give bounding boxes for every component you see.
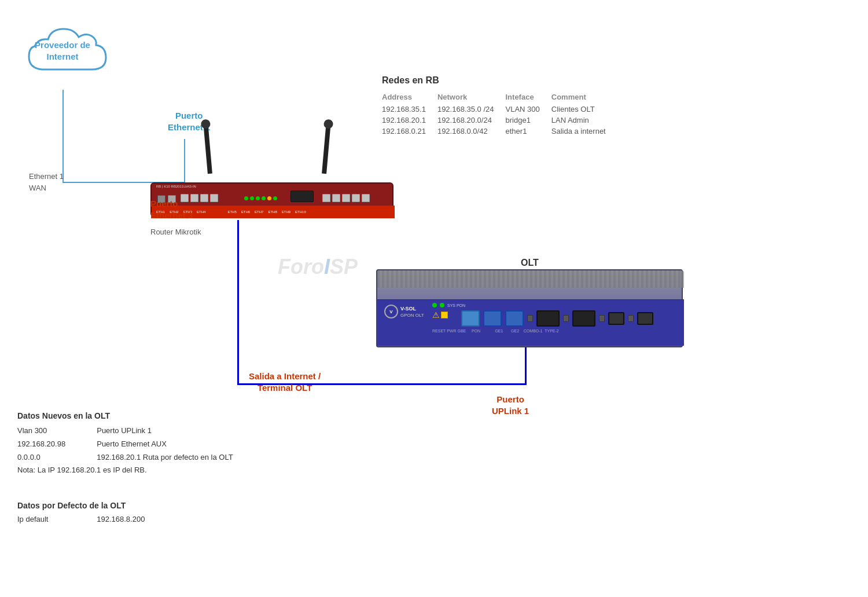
port-label-eth6: ETH6 — [241, 210, 250, 214]
redes-en-rb-title: Redes en RB — [382, 75, 617, 86]
olt-small-port2 — [563, 315, 569, 322]
line-cloud-to-router — [62, 90, 64, 182]
port-label-eth9: ETH9 — [282, 210, 290, 214]
col-interface-header: Inteface — [506, 91, 551, 104]
redes-cell-comment-2: Salida a internet — [551, 126, 617, 137]
datos-nuevos-row-1: 192.168.20.98 Puerto Ethernet AUX — [17, 438, 233, 451]
datos-defecto-section: Datos por Defecto de la OLT Ip default 1… — [17, 501, 145, 525]
redes-row-0: 192.168.35.1192.168.35.0 /24VLAN 300Clie… — [382, 104, 617, 115]
olt-device: V V-SOL GPON OLT SYS PON ⚠ — [376, 269, 683, 356]
olt-small-port — [527, 315, 533, 322]
redes-cell-comment-1: LAN Admin — [551, 115, 617, 126]
redes-cell-interface-0: VLAN 300 — [506, 104, 551, 115]
olt-warning-icon: ⚠ — [432, 310, 440, 320]
eth-port-r3 — [342, 194, 350, 202]
eth1-wan-label: Ethernet 1 WAN — [29, 171, 64, 193]
olt-title: OLT — [521, 258, 539, 268]
led-4 — [262, 196, 266, 200]
redes-row-2: 192.168.0.21192.168.0.0/42ether1Salida a… — [382, 126, 617, 137]
led-3 — [256, 196, 260, 200]
router-rb-label: RB | K10 RB2011UiAS-IN — [156, 185, 196, 188]
eth-port-3 — [200, 194, 208, 202]
led-2 — [250, 196, 254, 200]
salida-internet-label: Salida a Internet / Terminal OLT — [249, 371, 321, 393]
datos-nuevos-title: Datos Nuevos en la OLT — [17, 411, 233, 420]
redes-row-1: 192.168.20.1192.168.20.0/24bridge1LAN Ad… — [382, 115, 617, 126]
datos-nuevos-row-0: Vlan 300 Puerto UPLink 1 — [17, 425, 233, 437]
port-label-eth8: ETH8 — [268, 210, 277, 214]
cloud-shape: Proveedor de Internet — [16, 17, 109, 93]
vsol-logo: V — [384, 305, 398, 318]
olt-small-port4 — [628, 315, 634, 322]
router-mikrotik-label: Router Mikrotik — [150, 228, 201, 236]
datos-defecto-row-0: Ip default 192.168.8.200 — [17, 515, 145, 523]
olt-body: V V-SOL GPON OLT SYS PON ⚠ — [376, 269, 683, 347]
puerto-eth3-label: Puerto Ethernet 3 — [150, 198, 193, 221]
col-address-header: Address — [382, 91, 437, 104]
eth-port-r1 — [322, 194, 330, 202]
datos-nuevos-section: Datos Nuevos en la OLT Vlan 300 Puerto U… — [17, 411, 233, 478]
port-label-eth7: ETH7 — [255, 210, 263, 214]
port-label-eth5: ETH5 — [227, 210, 236, 214]
eth-port-4 — [210, 194, 218, 202]
olt-ports — [461, 310, 653, 327]
olt-blue-panel: V V-SOL GPON OLT SYS PON ⚠ — [377, 299, 684, 346]
redes-cell-network-2: 192.168.0.0/42 — [437, 126, 506, 137]
led-5 — [267, 196, 271, 200]
antenna-right — [322, 122, 331, 174]
olt-pon-port1 — [461, 310, 480, 327]
led-6 — [273, 196, 277, 200]
redes-cell-interface-1: bridge1 — [506, 115, 551, 126]
olt-led-area: SYS PON — [432, 303, 465, 307]
col-comment-header: Comment — [551, 91, 617, 104]
vsol-brand-label: V-SOL — [400, 306, 416, 312]
eth-port-r4 — [352, 194, 360, 202]
gpon-label: GPON OLT — [400, 313, 424, 318]
datos-defecto-title: Datos por Defecto de la OLT — [17, 501, 145, 510]
olt-led-sys — [432, 303, 437, 307]
olt-sfp2 — [572, 310, 595, 327]
col-network-header: Network — [437, 91, 506, 104]
puerto-uplink-label: Puerto UPLink 1 — [492, 394, 529, 416]
antenna-left — [203, 122, 212, 174]
olt-port-labels: RESET PWR GBE PON GE1 GE2 COMBO-1 TYPE-2 — [432, 329, 559, 333]
redes-cell-comment-0: Clientes OLT — [551, 104, 617, 115]
redes-cell-address-0: 192.168.35.1 — [382, 104, 437, 115]
cloud-label: Proveedor de Internet — [16, 39, 109, 62]
led-1 — [244, 196, 248, 200]
datos-nuevos-row-2: 0.0.0.0 192.168.20.1 Ruta por defecto en… — [17, 452, 233, 464]
redes-cell-interface-2: ether1 — [506, 126, 551, 137]
olt-led-sys-label: SYS PON — [447, 303, 465, 307]
olt-pon-port3 — [505, 310, 524, 327]
router-screen — [290, 191, 314, 202]
redes-en-rb-table: Redes en RB Address Network Inteface Com… — [382, 75, 617, 137]
port-label-eth4: ETH4 — [197, 210, 205, 214]
port-label-eth10: ETH10 — [295, 210, 306, 214]
foroisp-watermark: ForoISP — [278, 255, 358, 279]
eth-port-r2 — [332, 194, 340, 202]
datos-nuevos-nota: Nota: La IP 192.168.20.1 es IP del RB. — [17, 464, 233, 477]
eth-port-r5 — [362, 194, 370, 202]
olt-small-port3 — [599, 315, 605, 322]
redes-cell-network-0: 192.168.35.0 /24 — [437, 104, 506, 115]
olt-pon-port2 — [483, 310, 502, 327]
redes-cell-address-2: 192.168.0.21 — [382, 126, 437, 137]
redes-cell-network-1: 192.168.20.0/24 — [437, 115, 506, 126]
olt-led-pon — [440, 303, 444, 307]
olt-vents — [377, 270, 684, 288]
redes-cell-address-1: 192.168.20.1 — [382, 115, 437, 126]
olt-sfp1 — [536, 310, 560, 327]
olt-warning-square — [441, 312, 448, 318]
olt-combo-port — [608, 312, 624, 325]
line-router-to-olt-vertical — [237, 220, 239, 385]
olt-type-port — [637, 312, 653, 325]
